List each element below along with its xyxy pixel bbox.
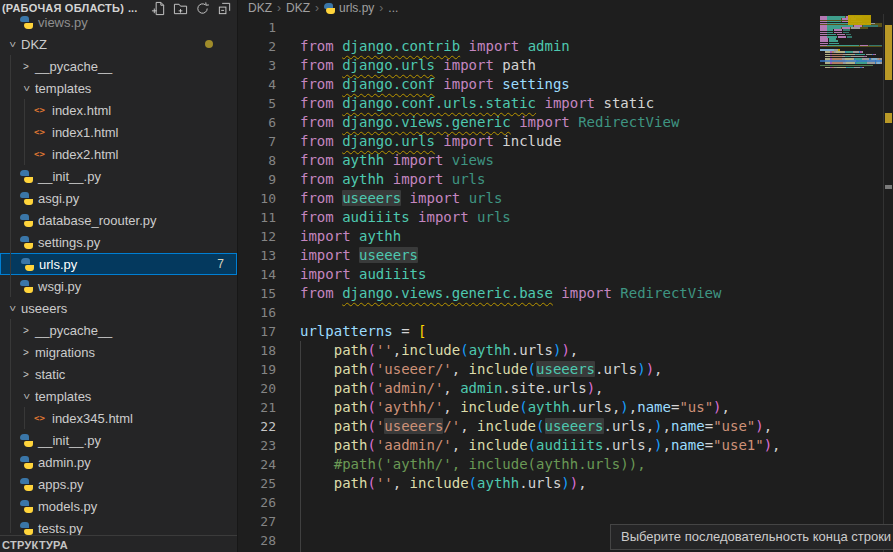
line-number[interactable]: 7 [238, 132, 276, 151]
tree-item-label: index1.html [52, 125, 118, 140]
tree-item-models-py[interactable]: models.py [0, 495, 237, 517]
chevron-down-icon: > [21, 390, 32, 402]
code-line-3[interactable]: from django.urls import path [300, 56, 536, 75]
outline-section-header[interactable]: СТРУКТУРА [0, 535, 237, 552]
code-line-5[interactable]: from django.conf.urls.static import stat… [300, 94, 654, 113]
tree-item-wsgi-py[interactable]: wsgi.py [0, 275, 237, 297]
line-number[interactable]: 21 [238, 398, 276, 417]
tree-item--pycache-[interactable]: >__pycache__ [0, 319, 237, 341]
line-number[interactable]: 14 [238, 265, 276, 284]
code-line-9[interactable]: from aythh import urls [300, 170, 485, 189]
new-file-icon[interactable] [151, 1, 166, 16]
line-number[interactable]: 22 [238, 417, 276, 436]
line-number[interactable]: 25 [238, 474, 276, 493]
tree-item-index1-html[interactable]: <>index1.html [0, 121, 237, 143]
code-line-10[interactable]: from useeers import urls [300, 189, 502, 208]
line-number[interactable]: 11 [238, 208, 276, 227]
line-number[interactable]: 20 [238, 379, 276, 398]
line-number[interactable]: 18 [238, 341, 276, 360]
tree-item-index345-html[interactable]: <>index345.html [0, 407, 237, 429]
line-number[interactable]: 8 [238, 151, 276, 170]
tree-item--pycache-[interactable]: >__pycache__ [0, 55, 237, 77]
tree-item-index-html[interactable]: <>index.html [0, 99, 237, 121]
line-number[interactable]: 3 [238, 56, 276, 75]
line-number[interactable]: 12 [238, 227, 276, 246]
code-line-24[interactable]: #path('aythh/', include(aythh.urls)), [300, 455, 646, 474]
line-number[interactable]: 17 [238, 322, 276, 341]
refresh-icon[interactable] [195, 1, 210, 16]
code-line-11[interactable]: from audiiits import urls [300, 208, 511, 227]
minimap-row [827, 45, 860, 47]
line-number[interactable]: 19 [238, 360, 276, 379]
tree-item-urls-py[interactable]: urls.py7 [0, 253, 237, 275]
minimap-row [880, 62, 882, 64]
code-line-8[interactable]: from aythh import views [300, 151, 494, 170]
code-line-18[interactable]: path('',include(aythh.urls)), [300, 341, 578, 360]
line-number[interactable]: 13 [238, 246, 276, 265]
tree-item-database-roouter-py[interactable]: database_roouter.py [0, 209, 237, 231]
code-line-7[interactable]: from django.urls import include [300, 132, 561, 151]
chevron-right-icon: > [20, 325, 32, 336]
minimap[interactable] [820, 14, 882, 144]
overview-ruler[interactable] [884, 0, 893, 552]
tree-item-asgi-py[interactable]: asgi.py [0, 187, 237, 209]
tree-item-dkz[interactable]: >DKZ [0, 33, 237, 55]
code-line-13[interactable]: import useeers [300, 246, 418, 265]
code-line-6[interactable]: from django.views.generic import Redirec… [300, 113, 679, 132]
tree-item-admin-py[interactable]: admin.py [0, 451, 237, 473]
problems-count-badge: 7 [217, 257, 224, 271]
line-number[interactable]: 6 [238, 113, 276, 132]
tree-item-index2-html[interactable]: <>index2.html [0, 143, 237, 165]
python-file-icon [20, 434, 33, 447]
tree-item-label: wsgi.py [38, 279, 81, 294]
line-number[interactable]: 2 [238, 37, 276, 56]
code-line-4[interactable]: from django.conf import settings [300, 75, 570, 94]
tree-item-static[interactable]: >static [0, 363, 237, 385]
new-folder-icon[interactable] [173, 1, 188, 16]
line-number[interactable]: 28 [238, 531, 276, 550]
tree-item-label: asgi.py [38, 191, 79, 206]
tree-item-migrations[interactable]: >migrations [0, 341, 237, 363]
code-line-17[interactable]: urlpatterns = [ [300, 322, 426, 341]
line-number[interactable]: 27 [238, 512, 276, 531]
code-line-15[interactable]: from django.views.generic.base import Re… [300, 284, 721, 303]
code-line-23[interactable]: path('aadmin/', include(audiiits.urls,),… [300, 436, 781, 455]
line-number[interactable]: 24 [238, 455, 276, 474]
code-line-12[interactable]: import aythh [300, 227, 401, 246]
modified-dot-badge [205, 40, 213, 48]
line-number[interactable]: 15 [238, 284, 276, 303]
code-line-21[interactable]: path('aythh/', include(aythh.urls,),name… [300, 398, 730, 417]
code-line-2[interactable]: from django.contrib import admin [300, 37, 570, 56]
python-file-icon [20, 214, 33, 227]
line-number[interactable]: 23 [238, 436, 276, 455]
line-number[interactable]: 10 [238, 189, 276, 208]
overflow-ellipsis[interactable]: ... [128, 2, 137, 14]
tree-item-apps-py[interactable]: apps.py [0, 473, 237, 495]
code-line-20[interactable]: path('admin/', admin.site.urls), [300, 379, 604, 398]
chevron-right-icon: > [20, 61, 32, 72]
minimap-row [838, 36, 846, 38]
code-line-14[interactable]: import audiiits [300, 265, 426, 284]
vscode-window: views.py>DKZ>__pycache__>templates<>inde… [0, 0, 893, 552]
tree-item--init-py[interactable]: __init__.py [0, 429, 237, 451]
tree-item-label: database_roouter.py [38, 213, 157, 228]
tree-item-templates[interactable]: >templates [0, 385, 237, 407]
line-number[interactable]: 1 [238, 18, 276, 37]
html-file-icon: <> [34, 105, 48, 115]
code-line-25[interactable]: path('', include(aythh.urls)), [300, 474, 587, 493]
code-line-22[interactable]: path('useeers/', include(useeers.urls,),… [300, 417, 772, 436]
code-line-19[interactable]: path('useeer/', include(useeers.urls)), [300, 360, 663, 379]
line-number[interactable]: 16 [238, 303, 276, 322]
python-file-icon [20, 236, 33, 249]
tree-item-settings-py[interactable]: settings.py [0, 231, 237, 253]
line-number[interactable]: 26 [238, 493, 276, 512]
line-number[interactable]: 5 [238, 94, 276, 113]
tree-item-templates[interactable]: >templates [0, 77, 237, 99]
minimap-row [863, 67, 865, 69]
line-number[interactable]: 9 [238, 170, 276, 189]
tree-item--init-py[interactable]: __init__.py [0, 165, 237, 187]
collapse-all-icon[interactable] [217, 1, 232, 16]
line-number[interactable]: 4 [238, 75, 276, 94]
ruler-mark [885, 185, 892, 189]
tree-item-useeers[interactable]: >useeers [0, 297, 237, 319]
